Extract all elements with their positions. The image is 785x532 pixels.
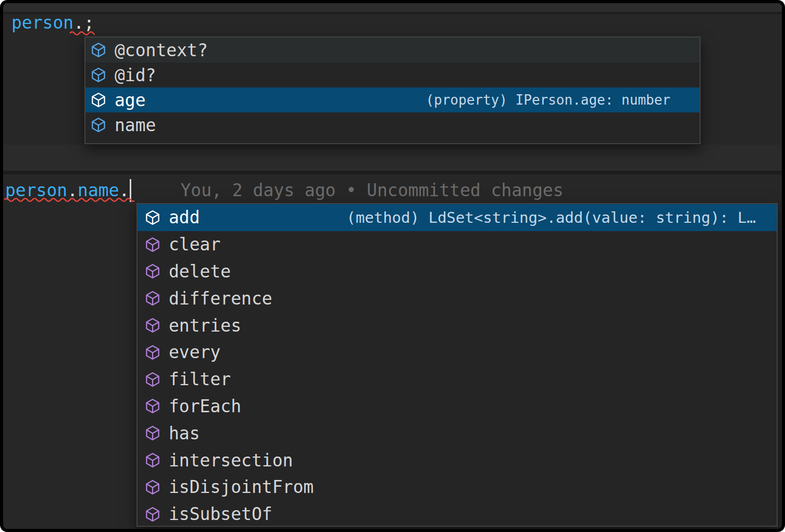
- seam-band: [3, 3, 782, 12]
- code-editor[interactable]: person.; @context? @id? age (property) I…: [3, 3, 782, 529]
- symbol-method-icon: [145, 506, 160, 522]
- symbol-field-icon: [91, 92, 106, 108]
- suggestion-label: isDisjointFrom: [169, 477, 314, 497]
- suggestion-label: @id?: [115, 65, 156, 85]
- suggestion-label: add: [169, 207, 200, 227]
- suggestion-label: age: [115, 90, 146, 110]
- identifier-token[interactable]: person: [11, 12, 73, 33]
- suggestion-label: every: [169, 342, 220, 362]
- suggestion-item[interactable]: intersection: [138, 447, 777, 474]
- suggestion-label: delete: [169, 261, 231, 282]
- error-squiggle: [4, 197, 134, 202]
- seam-divider: [3, 12, 782, 14]
- suggestion-item[interactable]: clear: [138, 231, 777, 258]
- symbol-method-icon: [145, 345, 160, 360]
- suggestion-label: name: [115, 115, 156, 135]
- suggestion-item[interactable]: isDisjointFrom: [138, 474, 777, 501]
- symbol-method-icon: [145, 263, 160, 279]
- suggest-widget-properties: @context? @id? age (property) IPerson.ag…: [84, 36, 701, 144]
- symbol-method-icon: [145, 318, 160, 333]
- symbol-field-icon: [91, 42, 106, 58]
- suggestion-label: filter: [169, 369, 231, 389]
- symbol-method-icon: [145, 398, 160, 414]
- suggestion-item[interactable]: difference: [138, 285, 777, 312]
- symbol-method-icon: [145, 372, 160, 387]
- symbol-field-icon: [91, 67, 106, 83]
- suggestion-item[interactable]: isSubsetOf: [138, 501, 777, 528]
- gitlens-blame-annotation: You, 2 days ago • Uncommitted changes: [180, 180, 563, 201]
- error-squiggle: [70, 30, 95, 36]
- suggestion-item-selected[interactable]: age (property) IPerson.age: number: [85, 87, 700, 112]
- suggestion-label: isSubsetOf: [169, 504, 272, 524]
- suggestion-item[interactable]: name: [85, 112, 700, 137]
- symbol-method-icon: [145, 479, 160, 495]
- seam-divider: [3, 171, 782, 174]
- suggestion-item-selected[interactable]: add (method) LdSet<string>.add(value: st…: [138, 204, 777, 231]
- symbol-method-icon: [145, 210, 160, 225]
- suggestion-label: @context?: [115, 40, 208, 60]
- suggestion-label: entries: [169, 315, 241, 336]
- seam-band: [3, 145, 782, 171]
- symbol-method-icon: [145, 237, 160, 252]
- suggestion-item[interactable]: has: [138, 420, 777, 447]
- symbol-method-icon: [145, 290, 160, 306]
- suggestion-label: intersection: [169, 450, 293, 471]
- suggestion-item[interactable]: @id?: [85, 62, 700, 87]
- suggestion-label: has: [169, 423, 200, 444]
- suggestion-detail: (method) LdSet<string>.add(value: string…: [346, 209, 756, 226]
- suggestion-item[interactable]: forEach: [138, 393, 777, 420]
- suggestion-label: forEach: [169, 396, 241, 416]
- symbol-method-icon: [145, 425, 160, 441]
- suggestion-item[interactable]: entries: [138, 312, 777, 339]
- suggestion-label: clear: [169, 234, 220, 255]
- suggestion-item[interactable]: delete: [138, 258, 777, 285]
- suggestion-label: difference: [169, 288, 272, 309]
- vscode-window: person.; @context? @id? age (property) I…: [0, 0, 785, 532]
- suggestion-detail: (property) IPerson.age: number: [426, 92, 670, 108]
- symbol-method-icon: [145, 452, 160, 468]
- suggest-widget-methods: add (method) LdSet<string>.add(value: st…: [136, 203, 778, 527]
- suggestion-item[interactable]: every: [138, 339, 777, 366]
- symbol-field-icon: [91, 117, 106, 133]
- suggestion-item[interactable]: filter: [138, 366, 777, 393]
- suggestion-item[interactable]: @context?: [85, 37, 700, 62]
